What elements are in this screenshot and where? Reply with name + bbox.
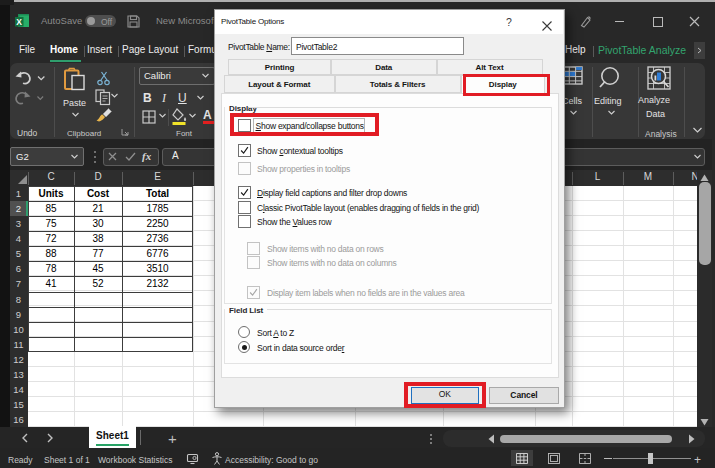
svg-text:X: X <box>16 17 22 27</box>
